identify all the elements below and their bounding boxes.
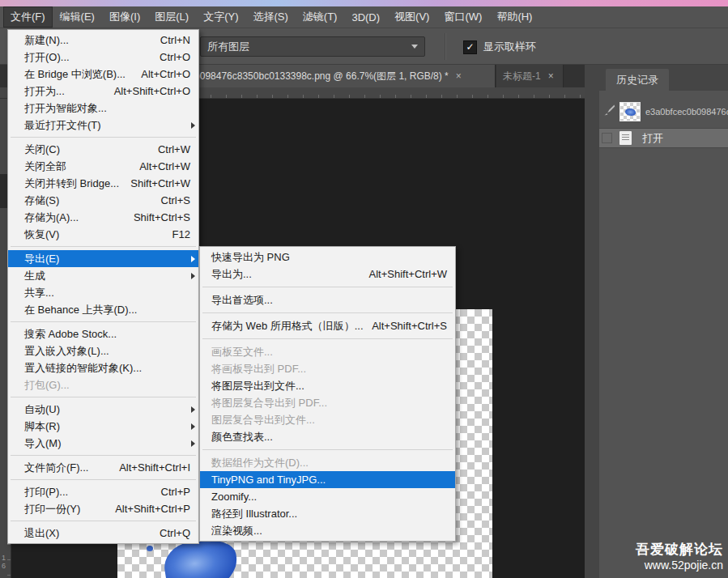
photoshop-window: 文件(F) 编辑(E) 图像(I) 图层(L) 文字(Y) 选择(S) 滤镜 [0,6,728,578]
menubar-item-label: 图像(I) [109,11,140,23]
file-menu-item[interactable]: 打开(O)... Ctrl+O [8,49,198,66]
menu-item-label: 存储(S) [24,193,59,208]
menubar-item[interactable]: 窗口(W) [436,6,489,28]
watermark-line1: 吾爱破解论坛 [636,540,723,559]
export-submenu-item[interactable]: 渲染视频... [200,522,455,539]
close-icon[interactable]: × [456,70,462,82]
file-menu-item[interactable]: 新建(N)... Ctrl+N [8,32,198,49]
file-menu-item[interactable]: 导入(M) [8,435,198,452]
file-menu-item[interactable]: 在 Behance 上共享(D)... [8,301,198,318]
menu-item-shortcut: Ctrl+N [160,34,190,46]
file-menu-item[interactable]: 打印一份(Y) Alt+Shift+Ctrl+P [8,500,198,517]
menu-item-label: 在 Bridge 中浏览(B)... [24,67,126,82]
menu-item-label: 存储为(A)... [24,210,79,225]
menu-separator [8,134,198,141]
file-menu-item[interactable]: 置入嵌入对象(L)... [8,342,198,359]
export-submenu-item[interactable]: 导出为... Alt+Shift+Ctrl+W [200,266,455,283]
layers-dropdown-value: 所有图层 [207,40,249,54]
file-menu-item[interactable]: 打开为智能对象... [8,100,198,117]
options-separator [445,33,446,60]
file-menu-item[interactable]: 打印(P)... Ctrl+P [8,483,198,500]
menu-item-label: Zoomify... [211,491,257,503]
menu-item-label: 打开为智能对象... [24,101,107,116]
history-snapshot-row[interactable]: e3a0bfcec0b098476c8350bc0133398c.png [599,99,728,125]
file-menu-item[interactable]: 置入链接的智能对象(K)... [8,359,198,376]
menubar-item[interactable]: 图层(L) [147,6,196,28]
file-menu-item[interactable]: 退出(X) Ctrl+Q [8,525,198,542]
file-menu-item[interactable]: 脚本(R) [8,418,198,435]
export-submenu: 快速导出为 PNG 导出为... Alt+Shift+Ctrl+W 导出首选项.… [199,246,456,542]
menu-item-label: 快速导出为 PNG [211,250,290,265]
menubar-item[interactable]: 滤镜(T) [296,6,345,28]
history-brush-icon[interactable] [602,104,615,120]
snapshot-thumbnail[interactable] [619,102,641,121]
menu-item-label: 路径到 Illustrator... [211,507,297,521]
file-menu: 新建(N)... Ctrl+N 打开(O)... Ctrl+O 在 Bridge… [7,29,199,544]
sampling-ring-checkbox[interactable]: ✓ [463,40,477,54]
history-panel-tab[interactable]: 历史记录 [606,69,669,91]
export-submenu-item[interactable]: 图层复合导出到文件... [200,411,455,428]
menubar-item-label: 图层(L) [155,11,189,23]
export-submenu-item[interactable]: 将图层复合导出到 PDF... [200,394,455,411]
close-icon[interactable]: × [548,70,554,82]
file-menu-item[interactable]: 打开为... Alt+Shift+Ctrl+O [8,83,198,100]
history-source-checkbox[interactable] [602,133,612,143]
history-panel-title: 历史记录 [616,73,658,87]
menu-item-label: 搜索 Adobe Stock... [24,327,117,342]
file-menu-item[interactable]: 在 Bridge 中浏览(B)... Alt+Ctrl+O [8,66,198,83]
export-submenu-item[interactable]: 颜色查找表... [200,428,455,445]
export-submenu-item[interactable]: Zoomify... [200,488,455,505]
document-tab-inactive[interactable]: 未标题-1 × [496,65,564,87]
menu-item-shortcut: Ctrl+Q [160,527,190,539]
file-menu-item[interactable]: 关闭全部 Alt+Ctrl+W [8,158,198,175]
menu-item-label: 置入链接的智能对象(K)... [24,361,142,376]
menu-separator [8,452,198,459]
menubar-item[interactable]: 文件(F) [3,6,53,28]
layers-dropdown[interactable]: 所有图层 [200,36,425,57]
file-menu-item[interactable]: 搜索 Adobe Stock... [8,325,198,342]
menubar-item-label: 文字(Y) [203,11,238,23]
export-submenu-item[interactable]: 存储为 Web 所用格式（旧版）... Alt+Shift+Ctrl+S [200,317,455,334]
export-submenu-item[interactable]: 导出首选项... [200,291,455,308]
export-submenu-item[interactable]: 将画板导出到 PDF... [200,360,455,377]
menubar-item[interactable]: 3D(D) [344,8,387,27]
file-menu-item[interactable]: 关闭并转到 Bridge... Shift+Ctrl+W [8,175,198,192]
file-menu-item[interactable]: 导出(E) [8,250,198,267]
file-menu-item[interactable]: 存储(S) Ctrl+S [8,192,198,209]
file-menu-item[interactable]: 生成 [8,267,198,284]
export-submenu-item[interactable]: TinyPNG and TinyJPG... [200,471,455,488]
menu-item-label: 退出(X) [24,526,59,541]
export-submenu-item[interactable]: 快速导出为 PNG [200,249,455,266]
menubar-item[interactable]: 选择(S) [245,6,295,28]
menu-item-shortcut: Alt+Shift+Ctrl+I [119,461,190,474]
export-submenu-item[interactable]: 数据组作为文件(D)... [200,454,455,471]
file-menu-item[interactable]: 最近打开文件(T) [8,117,198,134]
file-menu-item[interactable]: 自动(U) [8,401,198,418]
menu-item-label: 在 Behance 上共享(D)... [24,303,137,317]
history-panel-body: e3a0bfcec0b098476c8350bc0133398c.png 打开 [599,91,728,578]
splash-speck [147,546,153,551]
menu-item-label: 存储为 Web 所用格式（旧版）... [211,319,364,334]
menubar-item[interactable]: 文字(Y) [196,6,245,28]
file-menu-item[interactable]: 存储为(A)... Shift+Ctrl+S [8,209,198,226]
file-menu-item[interactable]: 打包(G)... [8,376,198,393]
file-menu-item[interactable]: 关闭(C) Ctrl+W [8,141,198,158]
sampling-ring-label: 显示取样环 [483,40,536,54]
export-submenu-item[interactable]: 路径到 Illustrator... [200,505,455,522]
file-menu-item[interactable]: 共享... [8,284,198,301]
menubar-item-label: 窗口(W) [444,11,482,23]
menubar-item[interactable]: 编辑(E) [53,6,102,28]
menu-item-label: 新建(N)... [24,33,69,48]
menubar-item-label: 选择(S) [253,11,287,23]
menubar-item[interactable]: 视图(V) [387,6,436,28]
history-state-row[interactable]: 打开 [599,128,728,148]
export-submenu-item[interactable]: 将图层导出到文件... [200,377,455,394]
menubar-item[interactable]: 帮助(H) [489,6,539,28]
menu-item-label: 自动(U) [24,402,60,417]
menu-item-label: 颜色查找表... [211,430,273,444]
menu-item-label: 打印(P)... [24,485,68,499]
file-menu-item[interactable]: 文件简介(F)... Alt+Shift+Ctrl+I [8,459,198,476]
export-submenu-item[interactable]: 画板至文件... [200,343,455,360]
file-menu-item[interactable]: 恢复(V) F12 [8,226,198,243]
menubar-item[interactable]: 图像(I) [102,6,147,28]
